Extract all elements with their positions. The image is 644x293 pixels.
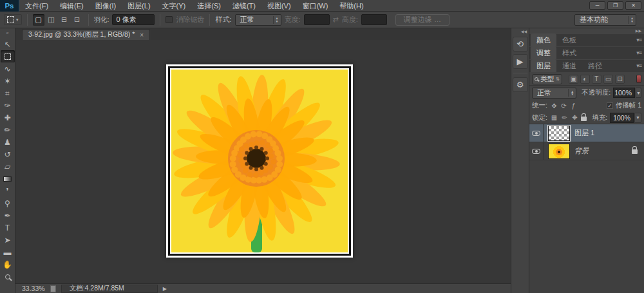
panel-menu-icon[interactable]: ▾≡ [636, 62, 641, 69]
filter-adjustment-layers-icon[interactable]: ◐ [580, 75, 590, 84]
eye-icon[interactable] [532, 131, 540, 136]
zoom-level[interactable]: 33.33% [22, 285, 45, 292]
document-canvas-flower-image[interactable] [166, 64, 353, 258]
filter-pixel-layers-icon[interactable]: ▣ [569, 75, 578, 84]
eye-icon[interactable] [532, 149, 540, 154]
canvas-area[interactable] [15, 40, 511, 283]
filter-shape-layers-icon[interactable]: ▭ [603, 75, 613, 84]
swap-dimensions-icon[interactable]: ⇄ [333, 15, 339, 24]
panel-tab-路径[interactable]: 路径 [582, 59, 608, 72]
filter-type-layers-icon[interactable]: T [592, 75, 601, 84]
height-input[interactable] [361, 14, 387, 25]
panel-tab-图层[interactable]: 图层 [531, 59, 556, 72]
hand-tool[interactable]: ✋ [1, 258, 15, 270]
move-tool[interactable]: ↖ [1, 38, 15, 50]
layer-row-background[interactable]: 背景 [529, 142, 644, 160]
status-menu-arrow-icon[interactable]: ▶ [163, 286, 167, 292]
dodge-tool[interactable]: ⚲ [1, 197, 15, 209]
path-selection-tool[interactable]: ➤ [1, 234, 15, 246]
panel-tab-颜色[interactable]: 颜色 [531, 33, 556, 46]
panel-menu-icon[interactable]: ▾≡ [636, 37, 641, 43]
menu-item-9[interactable]: 帮助(H) [334, 0, 369, 12]
lock-position-icon[interactable]: ✥ [571, 114, 579, 121]
anti-alias-checkbox[interactable] [166, 16, 173, 23]
tab-close-icon[interactable]: × [140, 32, 144, 39]
layer1-thumbnail[interactable] [548, 126, 570, 141]
menu-item-4[interactable]: 文字(Y) [156, 0, 192, 12]
menu-item-2[interactable]: 图像(I) [90, 0, 122, 12]
dock-expand-icon[interactable]: ◀◀ [521, 29, 529, 35]
pen-icon: ✒ [4, 211, 10, 220]
filter-smart-objects-icon[interactable]: ⊡ [615, 75, 625, 84]
menu-item-7[interactable]: 视图(V) [261, 0, 297, 12]
layer-filter-select[interactable]: 类型 ⇅ [532, 74, 562, 84]
menu-item-5[interactable]: 选择(S) [191, 0, 227, 12]
eraser-tool[interactable]: ▱ [1, 160, 15, 173]
opacity-dropdown-icon[interactable]: ▼ [636, 88, 641, 98]
zoom-tool[interactable] [1, 270, 15, 283]
layer-name[interactable]: 背景 [574, 146, 589, 156]
opacity-value[interactable]: 100% [613, 88, 635, 98]
visibility-cell[interactable] [529, 142, 544, 160]
lock-transparent-pixels-icon[interactable]: ▦ [550, 114, 558, 121]
visibility-cell[interactable] [529, 124, 544, 142]
add-to-selection-icon[interactable]: ◫ [46, 14, 57, 26]
current-tool-preset[interactable]: ▾ [4, 14, 22, 25]
unify-position-icon[interactable]: ✥ [550, 102, 558, 109]
blend-mode-select[interactable]: 正常 ▲▼ [532, 88, 576, 99]
spot-healing-brush-tool[interactable]: ✚ [1, 111, 15, 124]
restore-button[interactable]: ❐ [607, 1, 623, 10]
document-tab[interactable]: 3-92.jpg @ 33.3%(图层 1, RGB/8) * × [22, 29, 150, 40]
pen-tool[interactable]: ✒ [1, 209, 15, 222]
layer-name[interactable]: 图层 1 [574, 128, 594, 138]
gradient-tool[interactable] [1, 173, 15, 185]
background-thumbnail[interactable] [548, 144, 570, 159]
history-panel-icon[interactable]: ⟲ [513, 37, 528, 52]
workspace-select[interactable]: 基本功能 ▲▼ [574, 14, 636, 26]
intersect-selection-icon[interactable]: ⊡ [71, 14, 83, 26]
actions-panel-icon[interactable]: ▶ [513, 54, 528, 69]
propagate-frame-checkbox[interactable]: ✓ [607, 102, 613, 109]
width-input[interactable] [304, 14, 330, 25]
toolbar-collapse-icon[interactable]: « [6, 28, 9, 38]
unify-style-icon[interactable]: ƒ [569, 102, 578, 109]
menu-item-0[interactable]: 文件(F) [19, 0, 54, 12]
layer-filter-toggle[interactable] [636, 75, 641, 83]
menu-item-8[interactable]: 窗口(W) [297, 0, 334, 12]
menu-item-3[interactable]: 图层(L) [122, 0, 156, 12]
crop-tool[interactable]: ⌗ [1, 87, 15, 99]
blur-tool[interactable]: ❜ [1, 185, 15, 197]
tool-list: ↖∿✶⌗✑✚✏♟↺▱❜⚲✒T➤▬✋ [1, 38, 15, 283]
lock-image-pixels-icon[interactable]: ✏ [560, 114, 569, 121]
divider [209, 14, 210, 26]
new-selection-icon[interactable]: ▢ [33, 14, 44, 26]
unify-visibility-icon[interactable]: ⟳ [560, 102, 568, 109]
fill-value[interactable]: 100% [610, 113, 634, 123]
shape-tool[interactable]: ▬ [1, 246, 15, 258]
close-button[interactable]: ✕ [625, 1, 641, 10]
brush-tool[interactable]: ✏ [1, 124, 15, 136]
eyedropper-tool[interactable]: ✑ [1, 99, 15, 111]
style-select[interactable]: 正常 ▲▼ [235, 14, 281, 26]
fill-dropdown-icon[interactable]: ▼ [634, 113, 641, 123]
menu-item-1[interactable]: 编辑(E) [54, 0, 90, 12]
clone-stamp-tool[interactable]: ♟ [1, 136, 15, 148]
feather-input[interactable]: 0 像素 [112, 14, 155, 25]
panel-tab-通道[interactable]: 通道 [556, 59, 582, 72]
quick-selection-tool[interactable]: ✶ [1, 75, 15, 87]
menu-item-6[interactable]: 滤镜(T) [227, 0, 261, 12]
panel-tab-色板[interactable]: 色板 [556, 33, 582, 46]
properties-panel-icon[interactable]: ⚙ [513, 77, 528, 92]
panel-menu-icon[interactable]: ▾≡ [636, 50, 641, 56]
rectangular-marquee-tool[interactable] [1, 50, 15, 62]
history-brush-tool[interactable]: ↺ [1, 148, 15, 160]
type-tool[interactable]: T [1, 222, 15, 234]
lock-all-icon[interactable] [581, 117, 587, 121]
lasso-tool[interactable]: ∿ [1, 62, 15, 75]
subtract-from-selection-icon[interactable]: ⊟ [59, 14, 70, 26]
refine-edge-button[interactable]: 调整边缘 … [395, 14, 450, 26]
layer-row-layer1[interactable]: 图层 1 [529, 124, 644, 142]
minimize-button[interactable]: ─ [589, 1, 605, 10]
panel-tab-样式[interactable]: 样式 [556, 46, 582, 59]
panel-tab-调整[interactable]: 调整 [531, 46, 556, 59]
